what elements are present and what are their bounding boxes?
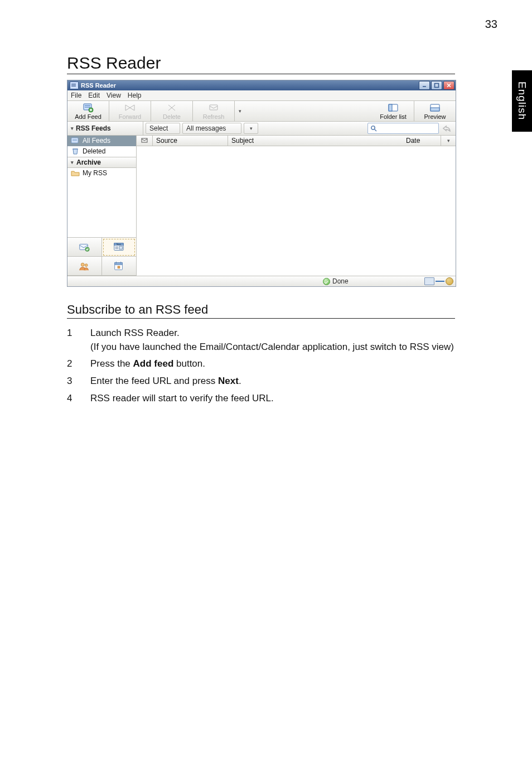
minimize-icon — [422, 83, 427, 88]
computer-icon — [424, 277, 434, 285]
column-header-source[interactable]: Source — [153, 136, 228, 146]
section-heading: Subscribe to an RSS feed — [67, 302, 455, 319]
window-minimize-button[interactable] — [419, 81, 430, 90]
step-1: 1 Launch RSS Reader. (If you have launch… — [67, 326, 455, 354]
step-text: Press the — [90, 358, 133, 369]
status-done-label: Done — [332, 277, 349, 285]
forward-button: Forward — [109, 101, 151, 121]
column-header-subject-label: Subject — [231, 137, 254, 145]
calendar-icon — [113, 260, 125, 272]
tree-deleted[interactable]: Deleted — [67, 146, 136, 157]
tree-my-rss[interactable]: My RSS — [67, 168, 136, 179]
column-header-subject[interactable]: Subject — [228, 136, 403, 146]
message-list-body — [137, 146, 456, 276]
filter-extra-dropdown[interactable]: ▾ — [244, 123, 258, 134]
column-header-envelope[interactable] — [137, 136, 153, 146]
steps-list: 1 Launch RSS Reader. (If you have launch… — [67, 326, 455, 405]
step-2: 2 Press the Add feed button. — [67, 357, 455, 371]
select-button[interactable]: Select — [146, 123, 180, 134]
step-4: 4 RSS reader will start to verify the fe… — [67, 392, 455, 406]
step-text: button. — [173, 358, 205, 369]
rss-feeds-header-label: RSS Feeds — [76, 124, 111, 132]
delete-label: Delete — [163, 113, 181, 120]
svg-point-16 — [81, 263, 85, 266]
window-titlebar: RSS Reader — [67, 80, 456, 90]
menu-edit[interactable]: Edit — [88, 92, 100, 99]
column-header-sort-dropdown[interactable]: ▾ — [441, 136, 456, 146]
feeds-icon — [71, 137, 80, 145]
add-feed-icon — [83, 103, 94, 113]
step-text: Enter the feed URL and press — [90, 376, 218, 386]
envelope-icon — [141, 138, 148, 143]
view-contacts-button[interactable] — [67, 257, 102, 276]
preview-button[interactable]: Preview — [414, 101, 456, 121]
view-calendar-button[interactable] — [102, 257, 137, 276]
step-text: . — [239, 376, 241, 386]
refresh-icon — [208, 103, 219, 113]
search-input[interactable] — [367, 123, 439, 134]
contacts-icon — [78, 260, 90, 272]
sidebar: All Feeds Deleted ▾ Archive — [67, 136, 137, 276]
view-news-button[interactable]: News — [102, 238, 137, 257]
folder-list-button[interactable]: Folder list — [373, 101, 414, 121]
chevron-down-icon: ▾ — [239, 108, 241, 114]
step-number: 2 — [67, 357, 90, 371]
step-number: 4 — [67, 392, 90, 406]
page-title: RSS Reader — [67, 54, 455, 74]
close-icon — [446, 83, 452, 88]
sidebar-view-switcher: News — [67, 237, 136, 276]
message-list-header: Source Subject Date ▾ — [137, 136, 456, 146]
svg-rect-7 — [431, 108, 439, 111]
svg-rect-20 — [118, 266, 120, 268]
svg-rect-15 — [119, 246, 123, 249]
preview-icon — [429, 103, 441, 113]
add-feed-button[interactable]: Add Feed — [67, 101, 109, 121]
window-maximize-button[interactable] — [431, 81, 442, 90]
menu-file[interactable]: File — [71, 92, 81, 99]
rss-feeds-header[interactable]: ▾ RSS Feeds — [67, 122, 143, 135]
globe-icon — [446, 277, 453, 285]
rss-reader-window: RSS Reader File Edit View Help — [67, 80, 456, 287]
menu-help[interactable]: Help — [128, 92, 142, 99]
column-header-date[interactable]: Date — [403, 136, 441, 146]
reply-arrow-icon — [440, 125, 453, 132]
window-close-button[interactable] — [443, 81, 454, 90]
forward-icon — [124, 103, 136, 113]
step-number: 1 — [67, 326, 90, 354]
step-number: 3 — [67, 374, 90, 388]
status-done: Done — [323, 277, 349, 285]
window-title: RSS Reader — [81, 82, 116, 89]
refresh-label: Refresh — [203, 113, 225, 120]
chevron-down-icon: ▾ — [71, 126, 74, 131]
add-feed-label: Add Feed — [75, 113, 101, 120]
message-filter-dropdown[interactable]: All messages — [182, 123, 241, 134]
forward-label: Forward — [119, 113, 141, 120]
step-text: Launch RSS Reader. — [90, 328, 180, 338]
refresh-button: Refresh — [193, 101, 235, 121]
svg-rect-5 — [389, 104, 392, 111]
message-list-pane: Source Subject Date ▾ — [137, 136, 456, 276]
tree-deleted-label: Deleted — [83, 147, 105, 155]
tree-archive-label: Archive — [76, 158, 101, 166]
svg-rect-3 — [210, 105, 217, 110]
status-bar: Done — [67, 276, 456, 286]
chevron-down-icon: ▾ — [250, 126, 253, 131]
tree-archive-section[interactable]: ▾ Archive — [67, 157, 136, 168]
svg-point-17 — [85, 263, 88, 266]
step-text-bold: Add feed — [133, 358, 174, 369]
svg-text:News: News — [117, 243, 122, 245]
news-icon: News — [113, 241, 125, 253]
step-text: RSS reader will start to verify the feed… — [90, 393, 274, 403]
view-mail-button[interactable] — [67, 238, 102, 257]
search-icon — [370, 125, 377, 132]
folder-list-label: Folder list — [380, 113, 407, 120]
status-network-indicator — [422, 277, 456, 285]
folder-list-icon — [388, 103, 399, 113]
app-icon — [70, 81, 79, 89]
menu-view[interactable]: View — [107, 92, 121, 99]
toolbar: Add Feed Forward Delete Refresh — [67, 101, 456, 122]
svg-rect-19 — [115, 262, 123, 265]
tree-all-feeds[interactable]: All Feeds — [67, 136, 136, 146]
svg-point-8 — [371, 126, 375, 129]
select-button-label: Select — [149, 124, 168, 132]
